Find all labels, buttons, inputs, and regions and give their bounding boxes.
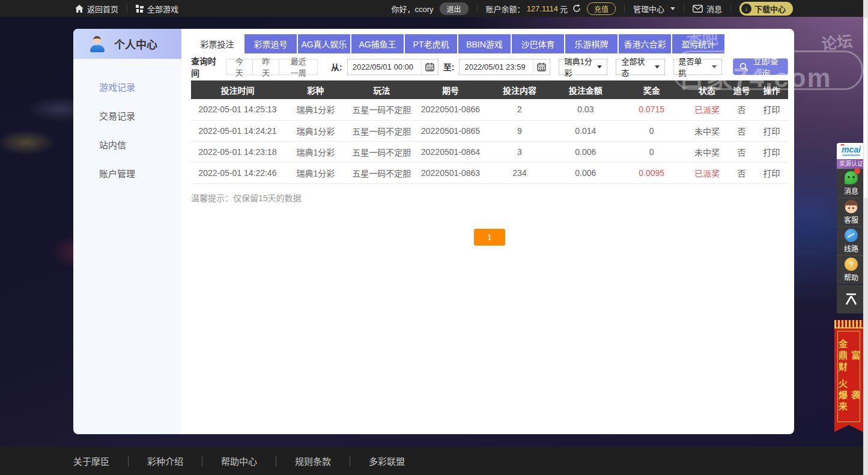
admin-center-menu[interactable]: 管理中心 bbox=[633, 3, 675, 14]
cell-bet-content: 2 bbox=[485, 99, 554, 120]
sidebar-item[interactable]: 游戏记录 bbox=[73, 72, 181, 101]
page-1-button[interactable]: 1 bbox=[474, 229, 505, 246]
messages-label: 消息 bbox=[706, 3, 722, 14]
quick-range-button[interactable]: 昨天 bbox=[253, 59, 279, 75]
promo-banner[interactable]: 金鼎财富 火爆来袭 bbox=[834, 320, 863, 435]
table-body: 2022-05-01 14:25:13 瑞典1分彩 五星一码不定胆 202205… bbox=[191, 99, 788, 183]
balance-value: 127.1114 bbox=[527, 4, 558, 13]
lottery-select-value: 瑞典1分彩 bbox=[564, 55, 593, 78]
footer-link[interactable]: 规则条款 bbox=[295, 455, 331, 467]
footer-link[interactable]: 彩种介绍 bbox=[147, 455, 183, 467]
tab-label: 沙巴体育 bbox=[521, 38, 555, 50]
table-header-cell: 彩种 bbox=[284, 80, 347, 99]
footer-link[interactable]: 帮助中心 bbox=[221, 455, 257, 467]
logout-button[interactable]: 退出 bbox=[440, 2, 469, 15]
banner-body: 金鼎财富 火爆来袭 bbox=[837, 331, 860, 422]
float-item-lines[interactable]: 线路 bbox=[837, 226, 866, 255]
float-item-help[interactable]: ? 帮助 bbox=[837, 255, 866, 284]
table-row: 2022-05-01 14:23:18 瑞典1分彩 五星一码不定胆 202205… bbox=[191, 141, 788, 162]
table-row: 2022-05-01 14:22:46 瑞典1分彩 五星一码不定胆 202205… bbox=[191, 162, 788, 183]
table-header-cell: 投注时间 bbox=[191, 80, 284, 99]
floating-items: 消息 客服 线路 ? 帮助 bbox=[837, 169, 866, 284]
status-select-value: 全部状态 bbox=[621, 55, 651, 78]
all-games-link[interactable]: 全部游戏 bbox=[136, 3, 178, 14]
tab[interactable]: 盈亏统计 bbox=[672, 34, 724, 53]
footer-link[interactable]: 多彩联盟 bbox=[369, 455, 405, 467]
sidebar-item-label: 账户管理 bbox=[99, 167, 135, 180]
cell-issue-number: 20220501-0866 bbox=[416, 99, 485, 120]
float-item-service[interactable]: 客服 bbox=[837, 198, 866, 226]
print-link[interactable]: 打印 bbox=[755, 141, 788, 162]
status-select[interactable]: 全部状态 bbox=[616, 59, 664, 75]
quick-range-button[interactable]: 今天 bbox=[226, 59, 253, 75]
cell-lottery-type: 瑞典1分彩 bbox=[284, 120, 347, 141]
tab[interactable]: 彩票追号 bbox=[244, 34, 297, 53]
back-to-top-button[interactable] bbox=[837, 285, 866, 313]
admin-center-label: 管理中心 bbox=[633, 3, 664, 14]
customer-service-icon bbox=[845, 200, 858, 213]
single-pick-select-value: 是否单挑 bbox=[679, 55, 708, 78]
tab[interactable]: 沙巴体育 bbox=[512, 34, 564, 53]
question-icon: ? bbox=[845, 258, 858, 271]
cell-status: 未中奖 bbox=[686, 141, 728, 162]
calendar-icon[interactable] bbox=[533, 59, 550, 74]
home-link[interactable]: 返回首页 bbox=[75, 3, 118, 14]
sidebar-title: 个人中心 bbox=[114, 36, 157, 52]
cell-lottery-type: 瑞典1分彩 bbox=[284, 99, 347, 120]
scrollbar-thumb[interactable] bbox=[864, 18, 867, 198]
table-header-cell: 状态 bbox=[686, 80, 728, 99]
page-scrollbar[interactable] bbox=[863, 0, 868, 475]
footer-divider bbox=[276, 456, 276, 467]
query-time-label: 查询时间 bbox=[191, 55, 220, 79]
sidebar-item[interactable]: 站内信 bbox=[73, 130, 181, 159]
calendar-icon[interactable] bbox=[421, 59, 438, 74]
cell-issue-number: 20220501-0865 bbox=[416, 120, 485, 141]
print-link[interactable]: 打印 bbox=[755, 99, 788, 120]
cell-chase: 否 bbox=[728, 162, 755, 183]
select-arrow-icon bbox=[712, 65, 717, 68]
cell-bet-time: 2022-05-01 14:22:46 bbox=[191, 162, 284, 183]
sidebar-item[interactable]: 账户管理 bbox=[73, 159, 181, 187]
to-label: 至: bbox=[443, 61, 455, 73]
float-item-messages[interactable]: 消息 bbox=[837, 169, 866, 198]
quick-range-button[interactable]: 最近一周 bbox=[279, 59, 318, 75]
main-content: 彩票投注 彩票追号 AG真人娱乐 AG捕鱼王 PT老虎机 bbox=[181, 29, 794, 434]
tab[interactable]: BBIN游戏 bbox=[458, 34, 511, 53]
cell-play-method: 五星一码不定胆 bbox=[347, 99, 416, 120]
balance-label: 账户余额： bbox=[486, 3, 525, 14]
footer-divider bbox=[128, 456, 129, 467]
tab[interactable]: PT老虎机 bbox=[405, 34, 457, 53]
to-date-input[interactable] bbox=[460, 62, 533, 71]
from-date-input[interactable] bbox=[348, 62, 421, 71]
tab[interactable]: AG真人娱乐 bbox=[298, 34, 350, 53]
table-header-cell: 投注内容 bbox=[485, 80, 554, 99]
sidebar-item[interactable]: 交易记录 bbox=[73, 101, 181, 130]
lottery-select[interactable]: 瑞典1分彩 bbox=[559, 59, 607, 75]
tab[interactable]: AG捕鱼王 bbox=[351, 34, 404, 53]
messages-link[interactable]: 消息 bbox=[693, 3, 722, 14]
recharge-button[interactable]: 充值 bbox=[587, 2, 616, 15]
tab[interactable]: 香港六合彩 bbox=[619, 34, 671, 53]
footer-divider bbox=[202, 456, 202, 467]
footer-links: 关于摩臣 彩种介绍 帮助中心 规则条款 多彩联盟 bbox=[73, 455, 405, 467]
prize-source-cert-badge: 奖源认证 bbox=[837, 159, 866, 169]
banner-ornament bbox=[834, 320, 863, 328]
tab-label: 彩票追号 bbox=[254, 38, 288, 50]
float-item-label: 客服 bbox=[844, 214, 858, 225]
refresh-balance-icon[interactable] bbox=[572, 4, 581, 13]
single-pick-select[interactable]: 是否单挑 bbox=[673, 59, 722, 75]
cell-lottery-type: 瑞典1分彩 bbox=[284, 141, 347, 162]
table-row: 2022-05-01 14:24:21 瑞典1分彩 五星一码不定胆 202205… bbox=[191, 120, 788, 141]
print-link[interactable]: 打印 bbox=[755, 162, 788, 183]
print-link[interactable]: 打印 bbox=[755, 120, 788, 141]
footer-link[interactable]: 关于摩臣 bbox=[73, 455, 109, 467]
tab[interactable]: 乐游棋牌 bbox=[565, 34, 618, 53]
mcai-logo[interactable]: mcai bbox=[837, 143, 866, 159]
download-center-button[interactable]: ↓ 下载中心 bbox=[739, 2, 793, 16]
search-icon bbox=[739, 62, 748, 71]
greeting-text: 你好，ccory bbox=[392, 3, 434, 14]
sidebar-item-label: 站内信 bbox=[99, 138, 126, 151]
float-item-label: 消息 bbox=[844, 186, 858, 196]
tab[interactable]: 彩票投注 bbox=[191, 34, 243, 53]
search-button[interactable]: 立即查询 bbox=[733, 58, 788, 75]
